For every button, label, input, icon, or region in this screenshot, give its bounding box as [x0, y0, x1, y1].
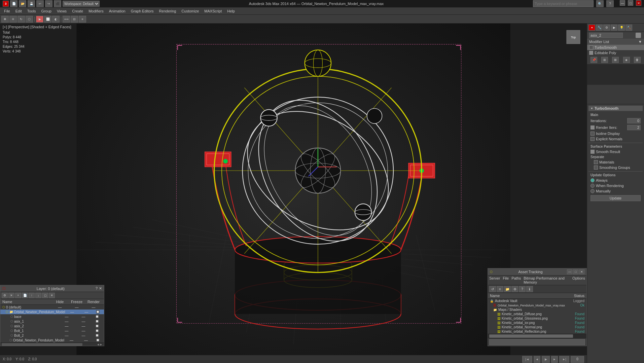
asset-reload-btn[interactable]: ↺ [489, 286, 496, 292]
layer-row-default[interactable]: ⬡ 0 (default) — — — [0, 305, 104, 310]
asset-menu-paths[interactable]: Paths [511, 276, 521, 284]
active-shade-btn[interactable]: ◐ [52, 16, 60, 23]
asset-row-normal[interactable]: 🖼 Kinetic_orbital_Normal.png Found [488, 325, 586, 329]
search-btn[interactable]: 🔍 [596, 0, 604, 7]
explicit-normals-checkbox[interactable] [591, 137, 595, 141]
next-frame[interactable]: ► [551, 356, 558, 363]
asset-menu-file[interactable]: File [503, 276, 509, 284]
asset-menu-options[interactable]: Options [572, 276, 585, 284]
menu-graph-editors[interactable]: Graph Editors [128, 8, 156, 14]
render-iters-input[interactable]: 2 [627, 125, 641, 130]
rotate-btn[interactable]: ↻ [17, 16, 25, 23]
layer-mgr-btn[interactable]: ≡ [79, 16, 86, 23]
render-btn[interactable]: ▶ [36, 16, 43, 23]
minimize-btn[interactable]: — [620, 0, 625, 6]
iterations-input[interactable]: 0 [627, 118, 641, 123]
help-btn[interactable]: ? [606, 0, 614, 7]
asset-scroll-thumb[interactable] [489, 334, 573, 338]
menu-modifiers[interactable]: Modifiers [86, 8, 106, 14]
menu-maxscript[interactable]: MAXScript [202, 8, 224, 14]
asset-menu-bitmap[interactable]: Bitmap Performance and Memory [524, 276, 570, 284]
layers-help-btn[interactable]: ? [96, 286, 98, 291]
render-iters-checkbox[interactable] [591, 125, 595, 130]
menu-group[interactable]: Group [38, 8, 54, 14]
make-unique-btn[interactable]: ◈ [623, 57, 630, 63]
asset-close-btn[interactable]: ✕ [579, 269, 584, 274]
menu-file[interactable]: File [1, 8, 13, 14]
mirror-btn[interactable]: ⟺ [63, 16, 70, 23]
close-btn[interactable]: ✕ [636, 0, 641, 6]
editable-poly-visibility[interactable] [589, 51, 593, 55]
motion-tab[interactable]: ▶ [611, 25, 617, 31]
maximize-btn[interactable]: □ [628, 0, 633, 6]
turbosmooth-section-header[interactable]: TurboSmooth [588, 106, 643, 111]
new-btn[interactable]: 📄 [10, 0, 17, 7]
update-button[interactable]: Update [591, 195, 641, 201]
asset-row-maxfile[interactable]: 🗄 Orbital_Newton_Pendulum_Model_max_vray… [488, 303, 586, 307]
prev-frame[interactable]: ◄ [534, 356, 540, 363]
render-setup-btn[interactable]: ⬛ [54, 0, 61, 7]
menu-help[interactable]: Help [224, 8, 238, 14]
undo-btn[interactable]: ↩ [36, 0, 44, 7]
menu-animation[interactable]: Animation [106, 8, 128, 14]
layers-delete-btn[interactable]: ✕ [8, 293, 14, 298]
layer-row-bolt2[interactable]: ⬡ Bolt_2 — — 🔲 [0, 333, 104, 338]
asset-row-glossiness[interactable]: 🖼 Kinetic_orbital_Glossiness.png Found [488, 316, 586, 321]
display-tab[interactable]: 💡 [618, 25, 625, 31]
manually-radio[interactable] [591, 189, 595, 193]
redo-btn[interactable]: ↪ [45, 0, 52, 7]
move-btn[interactable]: ✛ [9, 16, 17, 23]
asset-menu-server[interactable]: Server [489, 276, 500, 284]
isoline-checkbox[interactable] [591, 132, 595, 136]
asset-maximize-btn[interactable]: □ [573, 269, 578, 274]
modify-tab[interactable]: 🔧 [596, 25, 603, 31]
object-name-input[interactable]: asix_2 [589, 33, 623, 38]
editable-poly-modifier[interactable]: Editable Poly [587, 50, 644, 56]
search-input[interactable] [533, 0, 594, 7]
select-btn[interactable]: ✥ [1, 16, 9, 23]
layers-highlight-btn[interactable]: ☀ [49, 293, 55, 298]
layer-row-orbital2[interactable]: ⬡ Orbital_Newton_Pendulum_Model — — 🔲 [0, 338, 104, 342]
turbosmooth-modifier[interactable]: TurboSmooth [587, 45, 644, 50]
workspace-dropdown[interactable]: Workspace: Default [63, 1, 100, 7]
layers-scrollbar[interactable]: ◄► [0, 342, 104, 346]
asset-path-input[interactable] [489, 339, 585, 345]
time-end[interactable]: ►| [559, 356, 569, 363]
materials-checkbox[interactable] [594, 160, 598, 164]
layer-row-asix2[interactable]: ⬡ asix_2 — — 🔲 [0, 324, 104, 328]
scale-btn[interactable]: ⬡ [26, 16, 33, 23]
layers-new-btn[interactable]: 📄 [22, 293, 28, 298]
hierarchy-tab[interactable]: ⚙ [603, 25, 610, 31]
turbosmooth-visibility[interactable] [589, 45, 593, 49]
always-radio[interactable] [591, 178, 595, 182]
layers-scroll-thumb[interactable] [2, 343, 82, 346]
layers-close-btn[interactable]: ✕ [99, 286, 102, 291]
menu-edit[interactable]: Edit [13, 8, 25, 14]
asset-row-ior[interactable]: 🖼 Kinetic_orbital_ior.png Found [488, 321, 586, 325]
asset-row-maps-folder[interactable]: 📁 Maps / Shaders [488, 307, 586, 312]
asset-list-btn[interactable]: ≡ [497, 286, 503, 292]
layers-add-btn[interactable]: + [15, 293, 21, 298]
pin-stack-btn[interactable]: 📌 [591, 57, 597, 63]
asset-help-btn[interactable]: ? [519, 286, 526, 292]
layers-settings-btn[interactable]: ⚙ [2, 293, 8, 298]
render-frame-btn[interactable]: ⬜ [44, 16, 51, 23]
asset-row-reflection[interactable]: 🖼 Kinetic_orbital_Reflection.png Found [488, 329, 586, 334]
align-btn[interactable]: ⊟ [71, 16, 78, 23]
smoothing-groups-checkbox[interactable] [594, 166, 598, 170]
asset-scrollbar[interactable] [488, 334, 586, 338]
open-btn[interactable]: 📂 [19, 0, 26, 7]
play-btn[interactable]: ▶ [542, 356, 550, 363]
when-rendering-radio[interactable] [591, 184, 595, 188]
asset-info-btn[interactable]: ℹ [526, 286, 533, 292]
layer-row-bace[interactable]: ⬡ bace — — 🔲 [0, 314, 104, 319]
layers-move-up-btn[interactable]: ↑ [29, 293, 35, 298]
layer-row-bolt1[interactable]: ⬡ Bolt_1 — — 🔲 [0, 328, 104, 333]
menu-customize[interactable]: Customize [179, 8, 202, 14]
app-icon[interactable]: 3 [3, 1, 9, 7]
layer-row-asix1[interactable]: ⬡ asix_1 — — 🔲 [0, 319, 104, 324]
asset-row-diffuse[interactable]: 🖼 Kinetic_orbital_Diffuse.png Found [488, 312, 586, 316]
create-tab[interactable]: ✦ [588, 25, 595, 31]
layer-row-orbital[interactable]: ⬡ 📁 Orbital_Newton_Pendulum_Model — — 🔲 [0, 310, 104, 314]
show-original-btn[interactable]: ⊠ [612, 57, 619, 63]
